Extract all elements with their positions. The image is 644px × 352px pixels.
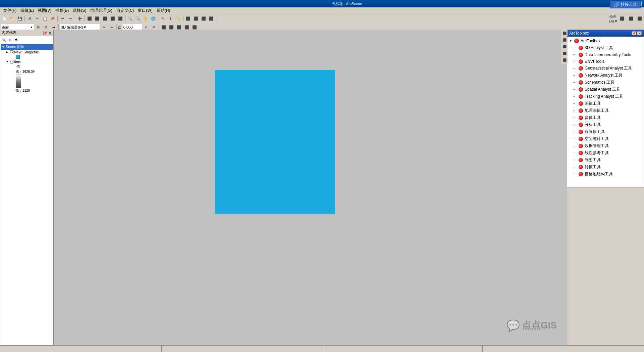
tb-select[interactable]: ↖ [159,15,167,22]
tb-nav3[interactable]: ⬛ [101,15,109,22]
tool-expand-4[interactable]: + [573,74,577,77]
tool-expand-16[interactable]: + [573,159,577,162]
tool-item-6[interactable]: + Spatial Analyst 工具 [572,86,643,93]
tb-nav1[interactable]: ⬛ [86,15,93,22]
tool-expand-1[interactable]: + [573,53,577,56]
right-icon-5[interactable]: ⬛ [561,57,568,63]
add-data-button[interactable]: ➕ [76,15,84,22]
right-icon-4[interactable]: ⬛ [561,50,568,56]
tb-full-extent[interactable]: 🌐 [150,15,157,22]
menu-help[interactable]: 帮助(H) [155,7,172,14]
tool-expand-10[interactable]: + [573,116,577,120]
cut-button[interactable]: ✂ [34,15,41,22]
tool-item-11[interactable]: + 分析工具 [572,121,643,128]
menu-edit[interactable]: 编辑(E) [18,7,36,14]
open-button[interactable]: 📂 [8,15,16,22]
tb-pan[interactable]: ✋ [142,15,149,22]
tool-item-1[interactable]: + Data Interoperability Tools [572,51,643,58]
tb-more3[interactable]: ⬛ [200,15,207,22]
menu-bookmark[interactable]: 书签(B) [53,7,71,14]
menu-file[interactable]: 文件(F) [1,7,18,14]
tb-nav5[interactable]: ⬛ [117,15,124,22]
tool-item-0[interactable]: + 3D Analyst 工具 [572,44,643,51]
arctoolbox-root[interactable]: ▼ ArcToolbox [568,38,643,44]
tb-identify[interactable]: ℹ [167,15,174,22]
tool-item-12[interactable]: + 服务器工具 [572,128,643,135]
tool-item-17[interactable]: + 转换工具 [572,164,643,171]
tool-item-16[interactable]: + 制图工具 [572,157,643,164]
tb-nav2[interactable]: ⬛ [94,15,101,22]
tool-item-3[interactable]: + Geostatistical Analyst 工具 [572,65,643,72]
new-button[interactable]: 📄 [1,15,8,22]
tb-nav4[interactable]: ⬛ [109,15,116,22]
tool-expand-0[interactable]: + [573,46,577,50]
tool-item-4[interactable]: + Network Analyst 工具 [572,72,643,79]
redo-button[interactable]: ↪ [66,15,74,22]
tb-zoom-out[interactable]: 🔍 [134,15,142,22]
tb-icon-a[interactable]: ⬛ [619,15,626,22]
tool-expand-17[interactable]: + [573,166,577,169]
scene-layer-item[interactable]: ▼ Scene 图层 [1,44,53,50]
tool-expand-8[interactable]: + [573,102,577,105]
menu-geoprocessing[interactable]: 地理处理(G) [88,7,114,14]
tb-icon-c[interactable]: ⬛ [636,15,643,22]
tb-more4[interactable]: ⬛ [208,15,215,22]
tb-more2[interactable]: ⬛ [192,15,200,22]
save-button[interactable]: 💾 [16,15,23,22]
arctoolbox-root-expand[interactable]: ▼ [569,39,573,43]
tb-zoom-in[interactable]: 🔍 [126,15,134,22]
arctoolbox-pin-btn[interactable]: 📌 [632,31,636,35]
paste-button[interactable]: 📌 [49,15,56,22]
tool-item-13[interactable]: + 空间统计工具 [572,135,643,142]
tool-expand-2[interactable]: + [573,60,577,63]
menu-view[interactable]: 视图(V) [36,7,53,14]
menu-customize[interactable]: 自定义(C) [114,7,136,14]
copy-button[interactable]: 📋 [41,15,49,22]
tool-item-15[interactable]: + 线性参考工具 [572,149,643,157]
tool-item-5[interactable]: + Schematics 工具 [572,79,643,86]
tool-item-14[interactable]: + 数据管理工具 [572,142,643,149]
arctoolbox-close-btn[interactable]: ✕ [637,31,642,35]
tool-expand-18[interactable]: + [573,173,577,176]
tool-expand-7[interactable]: + [573,95,577,98]
tool-expand-5[interactable]: + [573,81,577,84]
tool-item-7[interactable]: + Tracking Analyst 工具 [572,93,643,100]
tool-expand-6[interactable]: + [573,88,577,91]
upload-button[interactable]: 🔗 挂接上传 [610,1,641,8]
tool-expand-13[interactable]: + [573,137,577,141]
tool-expand-3[interactable]: + [573,67,577,70]
tool-expand-9[interactable]: + [573,109,577,113]
panel-pin-btn[interactable]: 📌 [43,31,47,35]
tb-icon-b[interactable]: ⬛ [627,15,635,22]
tool-item-8[interactable]: + 编辑工具 [572,100,643,107]
tb-more1[interactable]: ⬛ [184,15,192,22]
dem-layer-item[interactable]: ▼ ✓ dem [5,59,53,64]
layer-tb-btn1[interactable]: 🔍 [1,37,7,42]
tb-measure[interactable]: 📏 [175,15,182,22]
print-button[interactable]: 🖨 [26,15,33,22]
dem-expand-icon[interactable]: ▼ [6,60,9,63]
shapefile-checkbox[interactable]: ✓ [10,50,13,54]
dem-checkbox[interactable]: ✓ [10,60,13,63]
tool-expand-11[interactable]: + [573,123,577,127]
tool-expand-14[interactable]: + [573,144,577,148]
shapefile-expand-icon[interactable]: ▶ [6,50,9,54]
main-canvas[interactable]: 💬 点点GIS [54,30,567,345]
layer-tb-btn2[interactable]: ⊕ [7,37,13,42]
right-icon-1[interactable]: ⬛ [561,30,568,36]
right-icon-2[interactable]: ⬛ [561,37,568,43]
tool-item-10[interactable]: + 多像工具 [572,114,643,121]
panel-close-btn[interactable]: ✕ [48,31,52,35]
menu-window[interactable]: 窗口(W) [136,7,154,14]
animate-btn[interactable]: 动画(A)▼ [610,15,617,22]
right-icon-3[interactable]: ⬛ [561,44,568,50]
undo-button[interactable]: ↩ [59,15,66,22]
tool-expand-12[interactable]: + [573,130,577,134]
tool-expand-15[interactable]: + [573,151,577,155]
tool-item-9[interactable]: + 地理编辑工具 [572,107,643,114]
shapefile-layer-item[interactable]: ▶ ✓ New_Shapefile [5,50,53,54]
tool-item-18[interactable]: + 栅格地结构工具 [572,171,643,178]
tool-item-2[interactable]: + ENVI Tools [572,58,643,65]
menu-select[interactable]: 选择(S) [71,7,88,14]
layer-tb-btn3[interactable]: ✱ [13,37,19,42]
